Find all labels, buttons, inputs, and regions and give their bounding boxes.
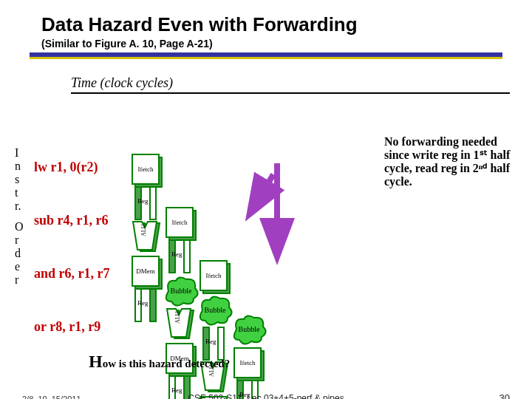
stage-ifetch: Ifetch — [198, 257, 232, 291]
stage-bubble: Bubble — [198, 291, 232, 325]
instruction-text: sub r4, r1, r6 — [34, 213, 109, 228]
stage-reg: Reg — [130, 185, 164, 219]
footer-text: CSE 502-S11, Lec 03+4+5-perf & pipes — [0, 393, 532, 399]
instruction-text: lw r1, 0(r2) — [34, 160, 98, 175]
stage-alu: ALU — [130, 219, 164, 253]
forwarding-arrow — [259, 157, 303, 271]
slide-title: Data Hazard Even with Forwarding — [41, 13, 532, 36]
stage-reg-wb: Reg — [130, 287, 164, 321]
svg-text:Bubble: Bubble — [205, 306, 226, 314]
stage-ifetch: Ifetch — [130, 151, 164, 185]
page-number: 30 — [499, 392, 510, 399]
stage-reg: Reg — [164, 238, 198, 272]
svg-text:Bubble: Bubble — [171, 287, 192, 295]
stage-bubble: Bubble — [164, 272, 198, 306]
stage-alu: ALU — [164, 306, 198, 340]
stage-dmem: DMem — [130, 253, 164, 287]
annotation-note: No forwarding needed since write reg in … — [384, 135, 516, 188]
stage-ifetch: Ifetch — [232, 344, 266, 378]
divider-yellow — [30, 57, 502, 59]
question-text: How is this hazard detected? — [89, 352, 230, 372]
stage-ifetch: Ifetch — [164, 204, 198, 238]
time-axis-label: Time (clock cycles) — [71, 75, 532, 91]
instruction-text: and r6, r1, r7 — [34, 266, 110, 282]
time-axis-line — [71, 92, 510, 94]
svg-text:Bubble: Bubble — [239, 325, 260, 333]
instruction-order-label: Instr. Order — [15, 146, 24, 287]
instruction-text: or r8, r1, r9 — [34, 319, 100, 335]
stage-bubble: Bubble — [232, 310, 266, 344]
slide-subtitle: (Similar to Figure A. 10, Page A-21) — [41, 38, 532, 50]
